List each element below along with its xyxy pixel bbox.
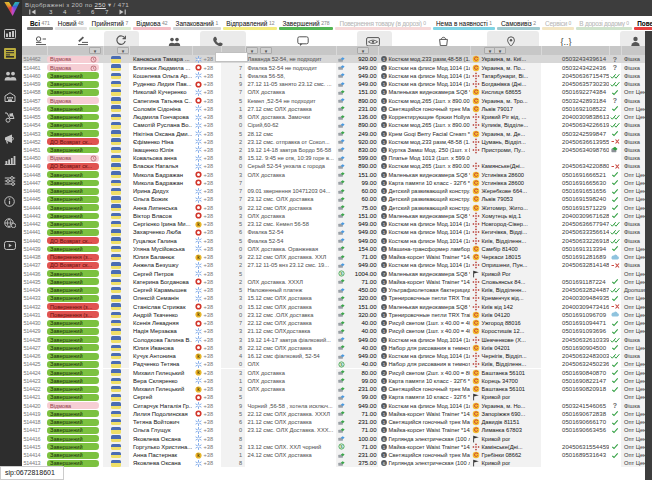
svg-text:{..}: {..}	[560, 37, 571, 47]
